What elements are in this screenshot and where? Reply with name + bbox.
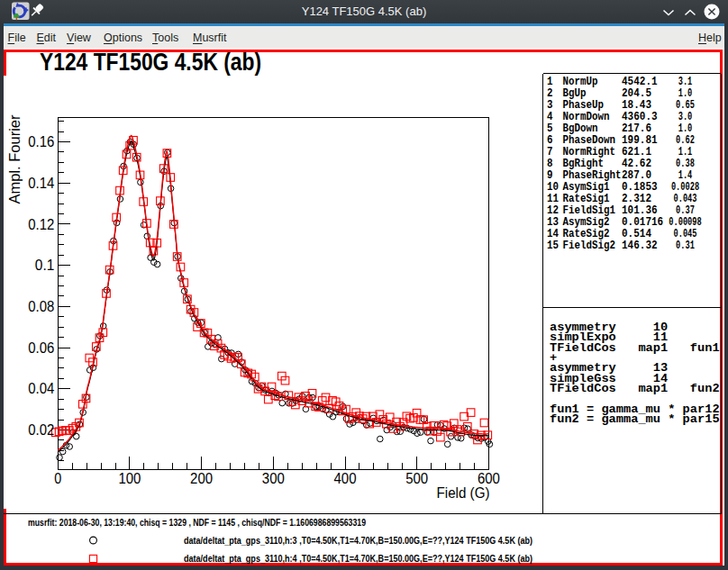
svg-text:100: 100 xyxy=(118,471,141,486)
svg-text:0: 0 xyxy=(54,471,61,486)
svg-text:0.06: 0.06 xyxy=(28,339,54,355)
svg-text:200: 200 xyxy=(190,471,213,486)
svg-text:data/deltat_pta_gps_3110,h:4 ,: data/deltat_pta_gps_3110,h:4 ,T0=4.50K,T… xyxy=(184,554,532,564)
svg-text:0.04: 0.04 xyxy=(28,381,54,396)
svg-text:Field (G): Field (G) xyxy=(437,484,490,500)
svg-text:musrfit: 2018-06-30, 13:19:40,: musrfit: 2018-06-30, 13:19:40, chisq = 1… xyxy=(28,517,366,527)
svg-text:data/deltat_pta_gps_3110,h:3 ,: data/deltat_pta_gps_3110,h:3 ,T0=4.50K,T… xyxy=(184,535,532,545)
svg-text:0.16: 0.16 xyxy=(28,134,54,149)
svg-text:0.12: 0.12 xyxy=(28,216,54,231)
svg-text:0.08: 0.08 xyxy=(28,298,54,313)
svg-text:Ampl. Fourier: Ampl. Fourier xyxy=(6,114,23,204)
svg-text:15: 15 xyxy=(547,239,559,252)
svg-text:400: 400 xyxy=(334,471,357,486)
svg-text:fun2 = gamma_mu * par15: fun2 = gamma_mu * par15 xyxy=(550,412,720,426)
svg-text:0.14: 0.14 xyxy=(28,175,54,190)
svg-text:300: 300 xyxy=(262,471,285,486)
svg-text:FieldSig2: FieldSig2 xyxy=(563,239,616,252)
svg-text:0.1: 0.1 xyxy=(35,258,55,273)
svg-text:0.31: 0.31 xyxy=(676,239,695,252)
svg-text:TFieldCos map1 fun1: TFieldCos map1 fun1 xyxy=(550,340,720,354)
svg-text:TFieldCos map1 fun2: TFieldCos map1 fun2 xyxy=(550,382,720,395)
svg-text:500: 500 xyxy=(405,471,428,486)
svg-text:0.02: 0.02 xyxy=(28,422,54,438)
svg-text:146.32: 146.32 xyxy=(622,239,658,252)
